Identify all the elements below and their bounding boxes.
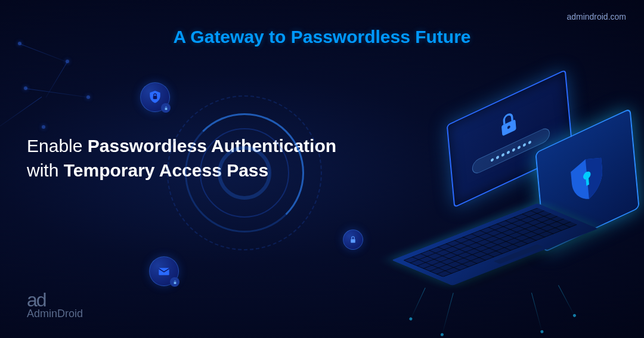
decoration-line [20, 44, 67, 62]
brand-logo: ad AdminDroid [27, 289, 83, 320]
decoration-rings [167, 95, 322, 250]
svg-rect-1 [165, 108, 167, 110]
envelope-lock-icon [149, 256, 179, 286]
decoration-circuit [410, 288, 425, 321]
svg-rect-3 [174, 282, 176, 284]
lock-icon [343, 230, 363, 250]
decoration-dot [42, 125, 45, 129]
lock-icon [496, 106, 522, 144]
svg-rect-0 [153, 96, 157, 99]
brand-name: AdminDroid [27, 308, 83, 320]
decoration-circuit [531, 293, 543, 333]
decoration-circuit [558, 285, 575, 317]
laptop-illustration [370, 72, 620, 322]
shield-lock-icon [140, 82, 170, 112]
laptop-keyboard [392, 203, 598, 286]
decoration-line [0, 97, 42, 128]
headline-line2-pre: with [27, 160, 64, 180]
decoration-line [26, 88, 91, 98]
brand-url: admindroid.com [566, 12, 626, 21]
svg-rect-4 [351, 239, 355, 243]
headline-line1-pre: Enable [27, 136, 88, 156]
tagline: A Gateway to Passwordless Future [173, 27, 470, 47]
decoration-circuit [441, 293, 453, 336]
